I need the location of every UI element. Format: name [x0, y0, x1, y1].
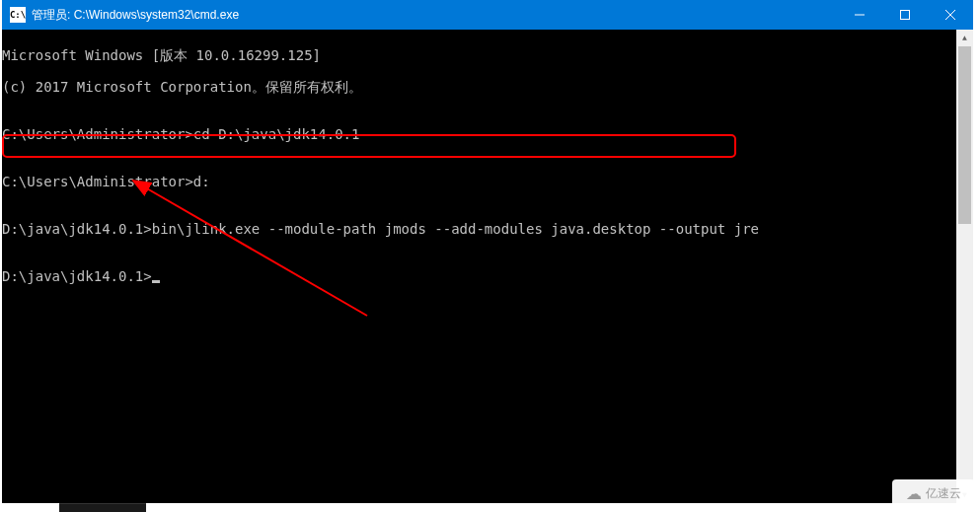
prompt-text: D:\java\jdk14.0.1> [2, 268, 152, 284]
terminal-line: (c) 2017 Microsoft Corporation。保留所有权利。 [2, 79, 973, 95]
terminal-line: D:\java\jdk14.0.1>bin\jlink.exe --module… [2, 221, 973, 237]
watermark-text: 亿速云 [926, 485, 961, 502]
titlebar[interactable]: C:\ 管理员: C:\Windows\system32\cmd.exe [2, 0, 973, 30]
close-button[interactable] [928, 0, 973, 30]
svg-line-5 [145, 187, 367, 316]
cloud-icon: ☁ [906, 484, 922, 503]
terminal-line: Microsoft Windows [版本 10.0.16299.125] [2, 47, 973, 63]
maximize-button[interactable] [882, 0, 928, 30]
watermark: ☁ 亿速云 [892, 479, 975, 507]
terminal-prompt-line: D:\java\jdk14.0.1> [2, 268, 973, 284]
scroll-thumb[interactable] [958, 46, 971, 224]
terminal-output[interactable]: Microsoft Windows [版本 10.0.16299.125] (c… [2, 30, 973, 503]
minimize-button[interactable] [837, 0, 882, 30]
window-controls [837, 0, 973, 30]
terminal-line: C:\Users\Administrator>cd D:\java\jdk14.… [2, 126, 973, 142]
scroll-up-button[interactable]: ▲ [956, 30, 973, 46]
terminal-line: C:\Users\Administrator>d: [2, 174, 973, 189]
vertical-scrollbar[interactable]: ▲ ▼ [956, 30, 973, 503]
cmd-icon: C:\ [10, 7, 26, 23]
taskbar-fragment [59, 503, 146, 512]
svg-rect-1 [901, 11, 910, 20]
cmd-window: C:\ 管理员: C:\Windows\system32\cmd.exe Mic… [2, 0, 973, 503]
cursor [152, 280, 160, 283]
window-title: 管理员: C:\Windows\system32\cmd.exe [32, 7, 837, 24]
